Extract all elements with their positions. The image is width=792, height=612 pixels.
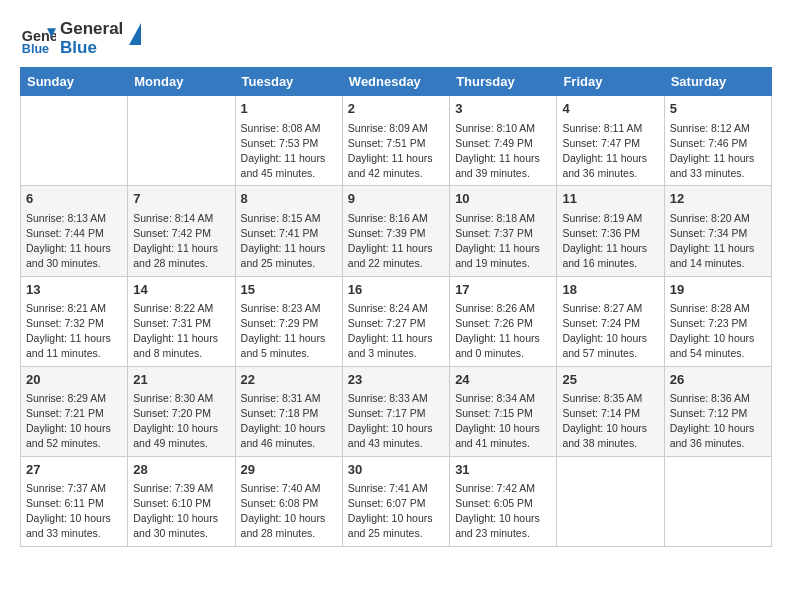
day-cell: 20Sunrise: 8:29 AM Sunset: 7:21 PM Dayli…: [21, 366, 128, 456]
day-cell: 7Sunrise: 8:14 AM Sunset: 7:42 PM Daylig…: [128, 186, 235, 276]
day-number: 2: [348, 100, 444, 118]
day-number: 31: [455, 461, 551, 479]
week-row-4: 20Sunrise: 8:29 AM Sunset: 7:21 PM Dayli…: [21, 366, 772, 456]
day-number: 16: [348, 281, 444, 299]
day-cell: 2Sunrise: 8:09 AM Sunset: 7:51 PM Daylig…: [342, 96, 449, 186]
day-cell: 3Sunrise: 8:10 AM Sunset: 7:49 PM Daylig…: [450, 96, 557, 186]
svg-text:Blue: Blue: [22, 42, 49, 56]
week-row-3: 13Sunrise: 8:21 AM Sunset: 7:32 PM Dayli…: [21, 276, 772, 366]
day-number: 4: [562, 100, 658, 118]
day-number: 12: [670, 190, 766, 208]
day-cell: 11Sunrise: 8:19 AM Sunset: 7:36 PM Dayli…: [557, 186, 664, 276]
header-tuesday: Tuesday: [235, 68, 342, 96]
day-info: Sunrise: 8:09 AM Sunset: 7:51 PM Dayligh…: [348, 121, 444, 182]
day-number: 3: [455, 100, 551, 118]
day-number: 21: [133, 371, 229, 389]
week-row-5: 27Sunrise: 7:37 AM Sunset: 6:11 PM Dayli…: [21, 456, 772, 546]
day-number: 24: [455, 371, 551, 389]
day-cell: 28Sunrise: 7:39 AM Sunset: 6:10 PM Dayli…: [128, 456, 235, 546]
header-saturday: Saturday: [664, 68, 771, 96]
day-info: Sunrise: 8:24 AM Sunset: 7:27 PM Dayligh…: [348, 301, 444, 362]
day-info: Sunrise: 8:22 AM Sunset: 7:31 PM Dayligh…: [133, 301, 229, 362]
day-info: Sunrise: 8:31 AM Sunset: 7:18 PM Dayligh…: [241, 391, 337, 452]
day-number: 13: [26, 281, 122, 299]
day-number: 10: [455, 190, 551, 208]
calendar-table: SundayMondayTuesdayWednesdayThursdayFrid…: [20, 67, 772, 546]
day-info: Sunrise: 8:33 AM Sunset: 7:17 PM Dayligh…: [348, 391, 444, 452]
day-cell: 18Sunrise: 8:27 AM Sunset: 7:24 PM Dayli…: [557, 276, 664, 366]
day-cell: 16Sunrise: 8:24 AM Sunset: 7:27 PM Dayli…: [342, 276, 449, 366]
day-number: 29: [241, 461, 337, 479]
day-cell: 6Sunrise: 8:13 AM Sunset: 7:44 PM Daylig…: [21, 186, 128, 276]
day-cell: 21Sunrise: 8:30 AM Sunset: 7:20 PM Dayli…: [128, 366, 235, 456]
day-number: 26: [670, 371, 766, 389]
day-info: Sunrise: 8:13 AM Sunset: 7:44 PM Dayligh…: [26, 211, 122, 272]
logo-general: General: [60, 20, 123, 39]
day-number: 6: [26, 190, 122, 208]
day-number: 8: [241, 190, 337, 208]
day-cell: 13Sunrise: 8:21 AM Sunset: 7:32 PM Dayli…: [21, 276, 128, 366]
day-info: Sunrise: 8:08 AM Sunset: 7:53 PM Dayligh…: [241, 121, 337, 182]
day-info: Sunrise: 8:23 AM Sunset: 7:29 PM Dayligh…: [241, 301, 337, 362]
day-cell: 25Sunrise: 8:35 AM Sunset: 7:14 PM Dayli…: [557, 366, 664, 456]
week-row-2: 6Sunrise: 8:13 AM Sunset: 7:44 PM Daylig…: [21, 186, 772, 276]
day-info: Sunrise: 8:10 AM Sunset: 7:49 PM Dayligh…: [455, 121, 551, 182]
day-cell: 27Sunrise: 7:37 AM Sunset: 6:11 PM Dayli…: [21, 456, 128, 546]
day-number: 27: [26, 461, 122, 479]
day-info: Sunrise: 8:18 AM Sunset: 7:37 PM Dayligh…: [455, 211, 551, 272]
day-cell: [128, 96, 235, 186]
page-header: General Blue General Blue: [20, 20, 772, 57]
day-number: 7: [133, 190, 229, 208]
day-info: Sunrise: 7:40 AM Sunset: 6:08 PM Dayligh…: [241, 481, 337, 542]
day-cell: 26Sunrise: 8:36 AM Sunset: 7:12 PM Dayli…: [664, 366, 771, 456]
day-number: 20: [26, 371, 122, 389]
day-number: 1: [241, 100, 337, 118]
day-number: 17: [455, 281, 551, 299]
day-number: 30: [348, 461, 444, 479]
day-cell: [664, 456, 771, 546]
week-row-1: 1Sunrise: 8:08 AM Sunset: 7:53 PM Daylig…: [21, 96, 772, 186]
calendar-header-row: SundayMondayTuesdayWednesdayThursdayFrid…: [21, 68, 772, 96]
day-cell: 19Sunrise: 8:28 AM Sunset: 7:23 PM Dayli…: [664, 276, 771, 366]
day-cell: 22Sunrise: 8:31 AM Sunset: 7:18 PM Dayli…: [235, 366, 342, 456]
header-friday: Friday: [557, 68, 664, 96]
day-cell: 5Sunrise: 8:12 AM Sunset: 7:46 PM Daylig…: [664, 96, 771, 186]
header-thursday: Thursday: [450, 68, 557, 96]
day-cell: 31Sunrise: 7:42 AM Sunset: 6:05 PM Dayli…: [450, 456, 557, 546]
day-cell: 29Sunrise: 7:40 AM Sunset: 6:08 PM Dayli…: [235, 456, 342, 546]
day-number: 23: [348, 371, 444, 389]
day-cell: 1Sunrise: 8:08 AM Sunset: 7:53 PM Daylig…: [235, 96, 342, 186]
day-info: Sunrise: 7:39 AM Sunset: 6:10 PM Dayligh…: [133, 481, 229, 542]
day-info: Sunrise: 8:16 AM Sunset: 7:39 PM Dayligh…: [348, 211, 444, 272]
day-info: Sunrise: 8:36 AM Sunset: 7:12 PM Dayligh…: [670, 391, 766, 452]
day-info: Sunrise: 8:28 AM Sunset: 7:23 PM Dayligh…: [670, 301, 766, 362]
day-number: 19: [670, 281, 766, 299]
day-number: 18: [562, 281, 658, 299]
day-cell: 8Sunrise: 8:15 AM Sunset: 7:41 PM Daylig…: [235, 186, 342, 276]
day-info: Sunrise: 8:35 AM Sunset: 7:14 PM Dayligh…: [562, 391, 658, 452]
day-number: 9: [348, 190, 444, 208]
day-info: Sunrise: 8:21 AM Sunset: 7:32 PM Dayligh…: [26, 301, 122, 362]
day-info: Sunrise: 8:15 AM Sunset: 7:41 PM Dayligh…: [241, 211, 337, 272]
header-sunday: Sunday: [21, 68, 128, 96]
day-number: 22: [241, 371, 337, 389]
day-info: Sunrise: 8:27 AM Sunset: 7:24 PM Dayligh…: [562, 301, 658, 362]
day-cell: 24Sunrise: 8:34 AM Sunset: 7:15 PM Dayli…: [450, 366, 557, 456]
day-info: Sunrise: 8:29 AM Sunset: 7:21 PM Dayligh…: [26, 391, 122, 452]
day-number: 25: [562, 371, 658, 389]
day-info: Sunrise: 7:37 AM Sunset: 6:11 PM Dayligh…: [26, 481, 122, 542]
day-info: Sunrise: 8:34 AM Sunset: 7:15 PM Dayligh…: [455, 391, 551, 452]
day-cell: 30Sunrise: 7:41 AM Sunset: 6:07 PM Dayli…: [342, 456, 449, 546]
day-info: Sunrise: 8:11 AM Sunset: 7:47 PM Dayligh…: [562, 121, 658, 182]
day-cell: [21, 96, 128, 186]
day-cell: 10Sunrise: 8:18 AM Sunset: 7:37 PM Dayli…: [450, 186, 557, 276]
day-info: Sunrise: 8:14 AM Sunset: 7:42 PM Dayligh…: [133, 211, 229, 272]
day-info: Sunrise: 8:20 AM Sunset: 7:34 PM Dayligh…: [670, 211, 766, 272]
day-cell: 17Sunrise: 8:26 AM Sunset: 7:26 PM Dayli…: [450, 276, 557, 366]
day-cell: 15Sunrise: 8:23 AM Sunset: 7:29 PM Dayli…: [235, 276, 342, 366]
day-info: Sunrise: 7:41 AM Sunset: 6:07 PM Dayligh…: [348, 481, 444, 542]
logo-triangle: [129, 23, 141, 45]
logo-icon: General Blue: [20, 21, 56, 57]
day-cell: 23Sunrise: 8:33 AM Sunset: 7:17 PM Dayli…: [342, 366, 449, 456]
logo-blue: Blue: [60, 39, 123, 58]
